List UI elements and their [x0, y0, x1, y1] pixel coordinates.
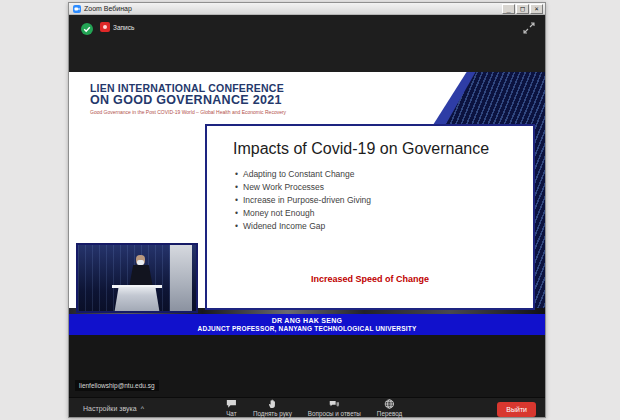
qa-icon	[329, 399, 340, 409]
conference-title-line2: ON GOOD GOVERNANCE 2021	[90, 94, 286, 107]
speaker-face-mask	[137, 260, 144, 265]
podium	[114, 287, 160, 313]
slide-bullet: Increase in Purpose-driven Giving	[235, 194, 533, 207]
fullscreen-expand-icon[interactable]	[523, 20, 535, 32]
slide-bullet: Widened Income Gap	[235, 220, 533, 233]
meeting-top-bar: Запись	[69, 15, 545, 72]
chat-label: Чат	[226, 410, 236, 417]
slide-bullet: Adapting to Constant Change	[235, 168, 533, 181]
maximize-button[interactable]: □	[516, 4, 529, 14]
raise-hand-button[interactable]: Поднять руку	[253, 399, 292, 417]
minimize-button[interactable]: _	[502, 4, 515, 14]
speaker-name: DR ANG HAK SENG	[69, 317, 545, 324]
slide-title: Impacts of Covid-19 on Governance	[233, 140, 533, 158]
recording-label: Запись	[113, 24, 134, 31]
interpretation-label: Перевод	[377, 410, 402, 417]
raise-hand-label: Поднять руку	[253, 410, 292, 417]
chevron-up-icon: ^	[141, 404, 144, 411]
email-overlay: lienfellowship@ntu.edu.sg	[75, 380, 159, 391]
backdrop-light-panel	[170, 245, 192, 311]
record-icon	[100, 22, 110, 32]
conference-logo: LIEN INTERNATIONAL CONFERENCE ON GOOD GO…	[90, 82, 286, 115]
zoom-app-icon	[73, 5, 81, 13]
close-button[interactable]: ×	[530, 4, 543, 14]
slide-highlight-text: Increased Speed of Change	[207, 274, 533, 284]
slide-bullet: Money not Enough	[235, 207, 533, 220]
audio-settings-label: Настройки звука	[83, 404, 137, 411]
audio-settings-button[interactable]: Настройки звука ^	[83, 404, 144, 411]
meeting-toolbar: Настройки звука ^ Чат Поднять руку	[69, 397, 545, 417]
chat-button[interactable]: Чат	[226, 399, 237, 417]
slide-bullet-list: Adapting to Constant Change New Work Pro…	[235, 168, 533, 233]
speaker-role: ADJUNCT PROFESSOR, NANYANG TECHNOLOGICAL…	[69, 325, 545, 332]
window-title: Zoom Вебинар	[84, 5, 501, 12]
qa-label: Вопросы и ответы	[308, 410, 361, 417]
security-shield-icon[interactable]	[81, 21, 93, 33]
slide-bullet: New Work Processes	[235, 181, 533, 194]
chat-icon	[226, 399, 237, 409]
zoom-webinar-window: Zoom Вебинар _ □ × Запись LIEN INTERNATI…	[68, 2, 546, 418]
recording-indicator[interactable]: Запись	[100, 22, 134, 32]
interpretation-button[interactable]: Перевод	[377, 399, 402, 417]
toolbar-center-group: Чат Поднять руку Вопросы и ответы	[226, 398, 402, 417]
shared-screen: LIEN INTERNATIONAL CONFERENCE ON GOOD GO…	[69, 72, 545, 335]
speaker-video-thumbnail[interactable]	[76, 243, 198, 313]
qa-button[interactable]: Вопросы и ответы	[308, 399, 361, 417]
window-titlebar[interactable]: Zoom Вебинар _ □ ×	[69, 3, 545, 15]
leave-meeting-button[interactable]: Выйти	[497, 402, 536, 417]
meeting-background: lienfellowship@ntu.edu.sg	[69, 335, 545, 397]
conference-subtitle: Good Governance in the Post COVID-19 Wor…	[90, 109, 286, 115]
speaker-name-banner: DR ANG HAK SENG ADJUNCT PROFESSOR, NANYA…	[69, 314, 545, 335]
raise-hand-icon	[267, 399, 278, 409]
globe-icon	[384, 399, 395, 409]
presentation-slide: Impacts of Covid-19 on Governance Adapti…	[205, 124, 535, 310]
